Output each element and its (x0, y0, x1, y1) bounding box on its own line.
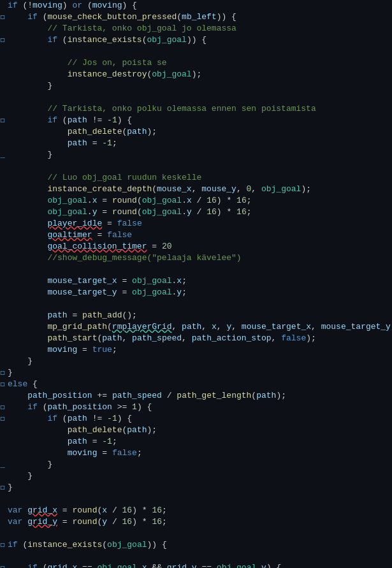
line-content-2: if (mouse_check_button_pressed(mb_left))… (5, 11, 392, 23)
code-line-1: if (!moving) or (moving) { (0, 0, 392, 11)
code-line-4: ◻ if (instance_exists(obj_goal)) { (0, 34, 392, 46)
line-content-14: } (5, 149, 392, 161)
line-content-36: if (path_position >= 1) { (5, 402, 392, 413)
line-content-6: // Jos on, poista se (5, 57, 392, 69)
code-line-30: path_start(path, path_speed, path_action… (0, 333, 392, 344)
line-content-37: if (path != -1) { (5, 413, 392, 425)
code-line-2: ◻ if (mouse_check_button_pressed(mb_left… (0, 11, 392, 23)
code-line-19: obj_goal.y = round(obj_goal.y / 16) * 16… (0, 207, 392, 218)
line-content-27 (5, 298, 392, 310)
line-content-38: path_delete(path); (5, 425, 392, 436)
line-content-40: moving = false; (5, 448, 392, 459)
line-content-30: path_start(path, path_speed, path_action… (5, 333, 392, 344)
code-line-12: path_delete(path); (0, 126, 392, 138)
code-line-36: ◻ if (path_position >= 1) { (0, 402, 392, 413)
line-indicator-14: _ (0, 149, 5, 161)
line-content-42: } (5, 470, 392, 482)
line-indicator-36: ◻ (0, 402, 5, 413)
line-content-29: mp_grid_path(rmplayerGrid, path, x, y, m… (5, 321, 392, 333)
code-line-20: player_idle = false (0, 218, 392, 229)
code-line-18: obj_goal.x = round(obj_goal.x / 16) * 16… (0, 195, 392, 207)
line-content-19: obj_goal.y = round(obj_goal.y / 16) * 16… (5, 207, 392, 218)
line-content-23: //show_debug_message("pelaaja kävelee") (5, 252, 392, 264)
line-content-17: instance_create_depth(mouse_x, mouse_y, … (5, 184, 392, 195)
line-content-21: goaltimer = false (5, 229, 392, 241)
line-content-48: if (instance_exists(obj_goal)) { (5, 539, 392, 551)
code-line-31: moving = true; (0, 344, 392, 356)
line-content-12: path_delete(path); (5, 126, 392, 138)
line-content-9 (5, 92, 392, 103)
code-line-41: _ } (0, 459, 392, 470)
line-content-16: // Luo obj_goal ruudun keskelle (5, 172, 392, 184)
line-content-50: if (grid_x == obj_goal.x && grid_y == ob… (5, 562, 392, 568)
line-content-31: moving = true; (5, 344, 392, 356)
line-content-24 (5, 264, 392, 275)
line-indicator-33: ◻ (0, 367, 5, 379)
code-line-48: ◻ if (instance_exists(obj_goal)) { (0, 539, 392, 551)
line-content-43: } (5, 482, 392, 493)
line-content-32: } (5, 356, 392, 367)
code-line-5 (0, 46, 392, 57)
line-content-22: goal_collision_timer = 20 (5, 241, 392, 252)
line-content-47 (5, 528, 392, 539)
line-content-10: // Tarkista, onko polku olemassa ennen s… (5, 103, 392, 115)
line-indicator-41: _ (0, 459, 5, 470)
code-line-14: _ } (0, 149, 392, 161)
line-indicator-37: ◻ (0, 413, 5, 425)
code-line-28: path = path_add(); (0, 310, 392, 321)
code-line-17: instance_create_depth(mouse_x, mouse_y, … (0, 184, 392, 195)
line-content-39: path = -1; (5, 436, 392, 448)
code-line-23: //show_debug_message("pelaaja kävelee") (0, 252, 392, 264)
code-line-25: mouse_target_x = obj_goal.x; (0, 275, 392, 287)
line-indicator-4: ◻ (0, 34, 5, 46)
code-line-33: ◻ } (0, 367, 392, 379)
code-line-3: // Tarkista, onko obj_goal jo olemassa (0, 23, 392, 34)
line-content-45: var grid_x = round(x / 16) * 16; (5, 505, 392, 516)
line-content-7: instance_destroy(obj_goal); (5, 69, 392, 80)
line-content-1: if (!moving) or (moving) { (5, 0, 392, 11)
code-line-47 (0, 528, 392, 539)
code-line-10: // Tarkista, onko polku olemassa ennen s… (0, 103, 392, 115)
code-editor: if (!moving) or (moving) { ◻ if (mouse_c… (0, 0, 392, 568)
code-line-27 (0, 298, 392, 310)
line-content-13: path = -1; (5, 138, 392, 149)
code-line-43: ◻ } (0, 482, 392, 493)
code-line-50: ◻ if (grid_x == obj_goal.x && grid_y == … (0, 562, 392, 568)
code-line-40: moving = false; (0, 448, 392, 459)
code-line-45: var grid_x = round(x / 16) * 16; (0, 505, 392, 516)
line-content-4: if (instance_exists(obj_goal)) { (5, 34, 392, 46)
line-content-34: else { (5, 379, 392, 390)
line-indicator-43: ◻ (0, 482, 5, 493)
line-content-26: mouse_target_y = obj_goal.y; (5, 287, 392, 298)
code-line-44 (0, 493, 392, 505)
code-line-49 (0, 551, 392, 562)
code-line-46: var grid_y = round(y / 16) * 16; (0, 516, 392, 528)
line-content-49 (5, 551, 392, 562)
code-line-35: path_position += path_speed / path_get_l… (0, 390, 392, 402)
line-content-18: obj_goal.x = round(obj_goal.x / 16) * 16… (5, 195, 392, 207)
line-content-28: path = path_add(); (5, 310, 392, 321)
code-line-15 (0, 161, 392, 172)
code-line-29: mp_grid_path(rmplayerGrid, path, x, y, m… (0, 321, 392, 333)
code-line-21: goaltimer = false (0, 229, 392, 241)
line-indicator-34: ◻ (0, 379, 5, 390)
line-content-44 (5, 493, 392, 505)
line-content-33: } (5, 367, 392, 379)
code-line-8: } (0, 80, 392, 92)
code-line-9 (0, 92, 392, 103)
code-line-26: mouse_target_y = obj_goal.y; (0, 287, 392, 298)
line-content-3: // Tarkista, onko obj_goal jo olemassa (5, 23, 392, 34)
line-indicator-11: ◻ (0, 115, 5, 126)
code-line-38: path_delete(path); (0, 425, 392, 436)
line-content-8: } (5, 80, 392, 92)
line-content-35: path_position += path_speed / path_get_l… (5, 390, 392, 402)
line-indicator-50: ◻ (0, 562, 5, 568)
line-indicator-48: ◻ (0, 539, 5, 551)
code-line-24 (0, 264, 392, 275)
code-line-42: } (0, 470, 392, 482)
line-content-15 (5, 161, 392, 172)
code-line-32: } (0, 356, 392, 367)
code-line-16: // Luo obj_goal ruudun keskelle (0, 172, 392, 184)
line-content-11: if (path != -1) { (5, 115, 392, 126)
code-line-22: goal_collision_timer = 20 (0, 241, 392, 252)
